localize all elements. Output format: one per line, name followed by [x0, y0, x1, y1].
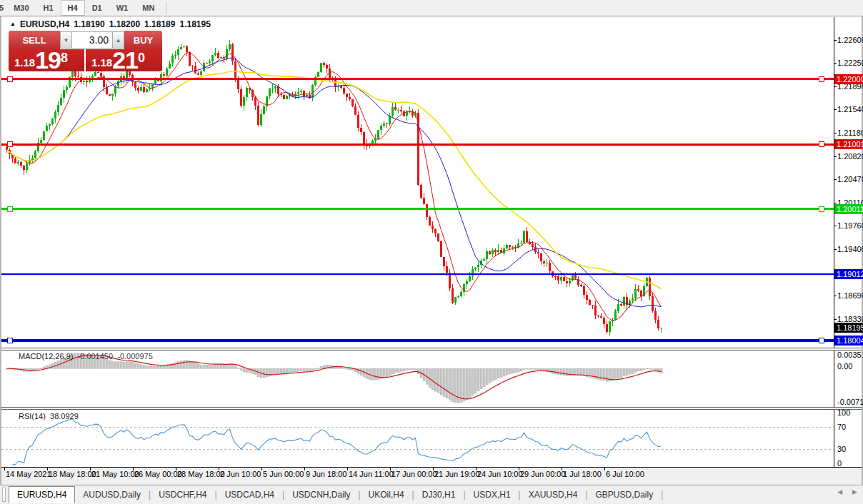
- line-handle[interactable]: [7, 142, 12, 147]
- macd-histogram-bar: [409, 368, 411, 370]
- macd-histogram-bar: [314, 368, 316, 369]
- macd-histogram-bar: [280, 368, 282, 373]
- macd-histogram-bar: [632, 368, 634, 373]
- candle-up: [306, 95, 308, 96]
- volume-decrease-button[interactable]: ▼: [60, 31, 72, 49]
- macd-histogram-bar: [432, 368, 434, 390]
- line-handle[interactable]: [819, 76, 824, 81]
- horizontal-line-1.21001[interactable]: [1, 143, 834, 146]
- candle-up: [40, 140, 42, 143]
- macd-histogram-bar: [240, 368, 242, 371]
- tab-EURUSD-H4[interactable]: EURUSD,H4: [9, 486, 75, 503]
- candle-up: [226, 49, 228, 59]
- macd-histogram-bar: [237, 368, 239, 368]
- horizontal-line-1.22000[interactable]: [1, 78, 834, 80]
- candle-down: [191, 66, 194, 66]
- timeframe-button-D1[interactable]: D1: [85, 1, 109, 15]
- candle-down: [349, 97, 351, 99]
- tab-USDCNH-Daily[interactable]: USDCNH,Daily: [284, 487, 358, 503]
- candle-down: [400, 110, 402, 111]
- time-tick-mark: [4, 468, 5, 470]
- tab-DJ30-H1[interactable]: DJ30,H1: [414, 487, 464, 503]
- line-handle[interactable]: [819, 338, 824, 343]
- candle-down: [363, 132, 365, 143]
- line-handle[interactable]: [819, 142, 824, 147]
- close-value: 1.18195: [179, 19, 210, 29]
- tab-bar-grip[interactable]: [2, 488, 6, 502]
- macd-histogram-bar: [560, 368, 562, 375]
- time-tick-label: 21 May 10:00: [91, 470, 139, 478]
- volume-input[interactable]: [72, 31, 112, 49]
- timeframe-button-H1[interactable]: H1: [36, 1, 61, 15]
- timeframe-button-H4[interactable]: H4: [61, 0, 85, 16]
- candle-up: [274, 86, 276, 89]
- candle-down: [234, 61, 236, 79]
- price-tick-mark: [834, 249, 837, 250]
- candle-down: [566, 281, 568, 283]
- tab-USDX-H1[interactable]: USDX,H1: [466, 487, 519, 503]
- price-tick-mark: [834, 319, 837, 320]
- tab-scroll-left-icon[interactable]: ◀: [837, 488, 842, 495]
- candle-up: [311, 85, 314, 98]
- macd-histogram-bar: [557, 368, 559, 375]
- candle-down: [432, 226, 434, 229]
- tab-AUDUSD-Daily[interactable]: AUDUSD,Daily: [75, 487, 149, 503]
- tab-USDCHF-H4[interactable]: USDCHF,H4: [151, 487, 214, 503]
- macd-histogram-bar: [512, 368, 514, 373]
- candle-down: [429, 217, 431, 226]
- macd-histogram-bar: [443, 368, 445, 397]
- timeframe-button-M30[interactable]: M30: [6, 1, 36, 15]
- time-tick-label: 29 Jun 00:00: [520, 470, 566, 478]
- price-tick-mark: [834, 86, 837, 87]
- horizontal-line-1.19012[interactable]: [1, 273, 834, 275]
- candle-down: [574, 275, 577, 278]
- timeframe-button-5[interactable]: 5: [0, 1, 6, 15]
- macd-histogram-bar: [400, 368, 402, 371]
- macd-histogram-bar: [554, 368, 557, 374]
- ask-price-display[interactable]: 1.18 21 0: [86, 49, 162, 71]
- tab-XAUUSD-H4[interactable]: XAUUSD,H4: [521, 487, 586, 503]
- tab-USDCAD-H4[interactable]: USDCAD,H4: [217, 487, 282, 503]
- line-handle[interactable]: [7, 206, 12, 211]
- macd-histogram-bar: [486, 368, 488, 385]
- rsi-panel-canvas[interactable]: [1, 410, 834, 467]
- macd-histogram-bar: [286, 368, 288, 373]
- time-tick-mark: [347, 468, 348, 470]
- macd-histogram-bar: [477, 368, 479, 391]
- candle-up: [469, 276, 471, 282]
- bid-price-display[interactable]: 1.18 19 8: [9, 49, 84, 71]
- time-tick-mark: [261, 468, 262, 470]
- candle-up: [169, 64, 171, 69]
- time-tick-label: 21 Jun 19:00: [434, 470, 480, 478]
- open-value: 1.18190: [74, 19, 104, 29]
- bid-big-digits: 19: [35, 50, 61, 71]
- price-tick-mark: [834, 203, 837, 203]
- tab-scroll-right-icon[interactable]: ▶: [852, 488, 857, 495]
- macd-histogram-bar: [180, 361, 182, 368]
- chart-tab-bar: EURUSD,H4AUDUSD,Daily|USDCHF,H4|USDCAD,H…: [0, 485, 863, 504]
- macd-histogram-bar: [620, 368, 622, 378]
- line-handle[interactable]: [7, 76, 12, 81]
- timeframe-button-W1[interactable]: W1: [109, 1, 136, 15]
- horizontal-line-1.18004[interactable]: [1, 339, 834, 342]
- line-handle[interactable]: [7, 338, 12, 343]
- tab-UKOil-H4[interactable]: UKOil,H4: [361, 487, 412, 503]
- macd-histogram-bar: [163, 366, 165, 368]
- low-value: 1.18189: [144, 19, 175, 29]
- macd-histogram-bar: [614, 368, 617, 380]
- macd-axis-min: -0.007178: [837, 398, 862, 406]
- horizontal-line-1.20011[interactable]: [1, 208, 834, 210]
- tab-GBPUSD-Daily[interactable]: GBPUSD,Daily: [588, 487, 662, 503]
- macd-histogram-bar: [323, 366, 325, 368]
- line-handle[interactable]: [819, 206, 824, 211]
- price-tick-label: 1.20820: [837, 152, 862, 161]
- candle-up: [614, 311, 617, 320]
- rsi-axis-0: 0: [837, 459, 862, 468]
- time-tick-mark: [519, 468, 519, 470]
- candle-up: [51, 119, 54, 124]
- toolbar-separator: [166, 2, 166, 14]
- timeframe-button-MN[interactable]: MN: [135, 1, 161, 15]
- expand-icon[interactable]: ▲: [10, 21, 16, 27]
- macd-histogram-bar: [577, 368, 579, 376]
- candle-down: [77, 76, 79, 77]
